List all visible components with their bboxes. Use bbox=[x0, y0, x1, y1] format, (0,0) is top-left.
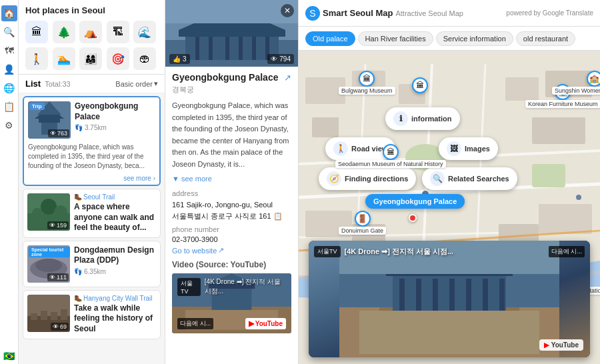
images-bubble-label: Images bbox=[465, 145, 490, 153]
detail-title: Gyeongbokgung Palace bbox=[172, 72, 278, 83]
list-item[interactable]: 👁69 🥾Hanyang City Wall Trail Take a walk… bbox=[23, 290, 161, 339]
map-marker-sungshin[interactable]: 🏫 Sungshin Women's University bbox=[552, 71, 600, 95]
info-bubble-label: information bbox=[411, 115, 452, 123]
yt-play-button[interactable]: ▶ YouTube bbox=[539, 339, 583, 351]
detail-panel: 👍3 👁794 ✕ Gyeongbokgung Palace ↗ 경복궁 Gye… bbox=[165, 0, 299, 364]
bubble-related-searches[interactable]: 🔍 Related Searches bbox=[422, 167, 517, 190]
map-marker-gate[interactable]: 🚪 Donuimun Gate bbox=[339, 211, 386, 235]
list-order-dropdown[interactable]: Basic order ▾ bbox=[115, 79, 158, 88]
phone-label: phone number bbox=[172, 225, 291, 233]
list-item[interactable]: Trip 👁763 Gyeongbokgung Palace 👣3.75km G… bbox=[23, 96, 161, 186]
item-views-ddp: 👁111 bbox=[47, 273, 69, 281]
item-badge-trip: Trip bbox=[29, 103, 45, 110]
icon-cell-stadium[interactable]: 🏟 bbox=[133, 47, 156, 70]
detail-close-button[interactable]: ✕ bbox=[281, 4, 294, 17]
icon-cell-family[interactable]: 👨‍👩‍👧 bbox=[79, 47, 102, 70]
icon-cell-building[interactable]: 🏗 bbox=[107, 21, 129, 43]
item-name-palace: Gyeongbokgung Palace bbox=[75, 101, 155, 122]
icon-cell-swim[interactable]: 🏊 bbox=[53, 47, 75, 70]
icon-grid-row1: 🏛 🌲 ⛺ 🏗 🌊 bbox=[25, 21, 158, 43]
item-name-ddp: Dongdaemun Design Plaza (DDP) bbox=[74, 245, 156, 266]
map-container[interactable]: ℹ information 🚶 Road view 🖼 Images 🧭 Fin… bbox=[299, 51, 600, 364]
place-pin bbox=[409, 214, 417, 222]
list-item[interactable]: 👁159 🥾Seoul Trail A space where anyone c… bbox=[23, 189, 161, 238]
icon-cell-park[interactable]: 🌲 bbox=[53, 21, 75, 43]
svg-rect-74 bbox=[399, 279, 405, 311]
svg-rect-15 bbox=[31, 313, 37, 320]
hero-likes: 👍3 bbox=[169, 54, 190, 64]
address-label: address bbox=[172, 189, 291, 197]
cat-tab-restaurant[interactable]: old restaurant bbox=[516, 31, 575, 46]
icon-cell-walk[interactable]: 🚶 bbox=[25, 47, 48, 70]
item-dist-palace: 👣3.75km bbox=[75, 124, 155, 131]
sidebar-icon-user[interactable]: 👤 bbox=[1, 61, 17, 77]
video-next-label: 다음에 시... bbox=[177, 318, 213, 329]
sidebar-icon-settings[interactable]: ⚙ bbox=[1, 117, 17, 133]
cat-tab-old-palace[interactable]: Old palace bbox=[305, 31, 355, 46]
item-desc-palace: Gyeongbokgung Palace, which was complete… bbox=[24, 143, 159, 173]
powered-text: powered by Google Translate bbox=[506, 9, 593, 17]
svg-rect-26 bbox=[209, 37, 213, 60]
info-bubble-icon: ℹ bbox=[393, 111, 408, 126]
sidebar-icon-search[interactable]: 🔍 bbox=[1, 24, 17, 40]
hot-places-title: Hot places in Seoul bbox=[25, 5, 158, 15]
item-trail-label: 🥾Seoul Trail bbox=[74, 193, 156, 201]
list-thumb-palace: Trip 👁763 bbox=[28, 101, 71, 139]
map-top-bar: S Smart Seoul Map Attractive Seoul Map p… bbox=[299, 0, 600, 27]
related-bubble-icon: 🔍 bbox=[430, 171, 445, 186]
svg-rect-16 bbox=[41, 311, 47, 320]
directions-bubble-icon: 🧭 bbox=[327, 171, 341, 186]
svg-rect-79 bbox=[483, 279, 488, 311]
svg-rect-59 bbox=[532, 164, 565, 187]
list-items: Trip 👁763 Gyeongbokgung Palace 👣3.75km G… bbox=[19, 93, 165, 364]
video-thumbnail[interactable]: 서울TV [4K Drone ➡] 전지적 서울 시점... 다음에 시... … bbox=[172, 273, 291, 333]
item-badge-special: Special tourist zone bbox=[29, 247, 70, 257]
category-tabs: Old palace Han River facilities Service … bbox=[299, 27, 600, 51]
list-label: List bbox=[25, 79, 41, 89]
bubble-directions[interactable]: 🧭 Finding directions bbox=[319, 167, 416, 190]
share-icon[interactable]: ↗ bbox=[284, 73, 291, 83]
map-video-overlay[interactable]: 서울TV [4K Drone ➡] 전지적 서울 시점... 다음에 시... … bbox=[309, 241, 590, 357]
see-more-detail[interactable]: ▼ see more bbox=[172, 175, 291, 183]
svg-rect-82 bbox=[359, 311, 539, 354]
item-dist-ddp: 👣6.35km bbox=[74, 268, 156, 275]
cat-tab-service[interactable]: Service information bbox=[436, 31, 513, 46]
place-label-gyeongbokgung[interactable]: Gyeongbokgung Palace bbox=[365, 194, 465, 209]
video-title-text: [4K Drone ➡] 전지적 서울 시점... bbox=[205, 277, 286, 296]
sidebar-icon-flag[interactable]: 🇧🇷 bbox=[1, 348, 17, 364]
icon-cell-water[interactable]: 🌊 bbox=[133, 21, 156, 43]
related-bubble-label: Related Searches bbox=[448, 175, 509, 183]
item-name-wall: Take a walk while feeling the history of… bbox=[74, 303, 156, 335]
map-video-thumb: 서울TV [4K Drone ➡] 전지적 서울 시점... 다음에 시... … bbox=[309, 241, 590, 357]
svg-point-8 bbox=[32, 208, 43, 219]
list-item[interactable]: Special tourist zone 👁111 Dongdaemun Des… bbox=[23, 241, 161, 287]
map-marker-nature[interactable]: 🏛 Seodaemun Museum of Natural History bbox=[335, 144, 446, 168]
item-views-trail: 👁159 bbox=[47, 221, 69, 229]
icon-cell-activity[interactable]: 🎯 bbox=[107, 47, 129, 70]
sidebar-icon-home[interactable]: 🏠 bbox=[1, 5, 17, 21]
marker-sungshin-label: Sungshin Women's University bbox=[552, 87, 600, 95]
map-marker-palace[interactable]: 🏛 bbox=[412, 77, 428, 93]
map-marker-museum[interactable]: 🏛 Bulgwang Museum bbox=[339, 71, 395, 95]
bubble-information[interactable]: ℹ information bbox=[385, 107, 460, 130]
sidebar: 🏠 🔍 🗺 👤 🌐 📋 ⚙ 🇧🇷 bbox=[0, 0, 19, 364]
video-time-label: 다음에 시... bbox=[549, 246, 585, 257]
svg-rect-28 bbox=[239, 37, 243, 60]
svg-rect-54 bbox=[539, 204, 592, 234]
video-badge-row: 서울TV [4K Drone ➡] 전지적 서울 시점... bbox=[314, 246, 585, 257]
bubble-images[interactable]: 🖼 Images bbox=[439, 137, 498, 160]
svg-rect-25 bbox=[195, 37, 199, 60]
cat-tab-han-river[interactable]: Han River facilities bbox=[358, 31, 433, 46]
sidebar-icon-globe[interactable]: 🌐 bbox=[1, 80, 17, 96]
icon-cell-palace[interactable]: 🏛 bbox=[25, 21, 48, 43]
list-total: Total:33 bbox=[45, 80, 71, 88]
detail-website[interactable]: Go to website ↗ bbox=[172, 246, 291, 255]
icon-cell-camp[interactable]: ⛺ bbox=[79, 21, 102, 43]
sidebar-icon-map[interactable]: 🗺 bbox=[1, 43, 17, 59]
svg-rect-22 bbox=[179, 30, 285, 37]
sidebar-icon-list[interactable]: 📋 bbox=[1, 99, 17, 115]
item-views-palace: 👁763 bbox=[48, 129, 69, 137]
see-more-palace[interactable]: see more › bbox=[123, 175, 155, 182]
list-info-wall: 🥾Hanyang City Wall Trail Take a walk whi… bbox=[74, 295, 156, 335]
detail-hero: 👍3 👁794 bbox=[165, 0, 298, 67]
